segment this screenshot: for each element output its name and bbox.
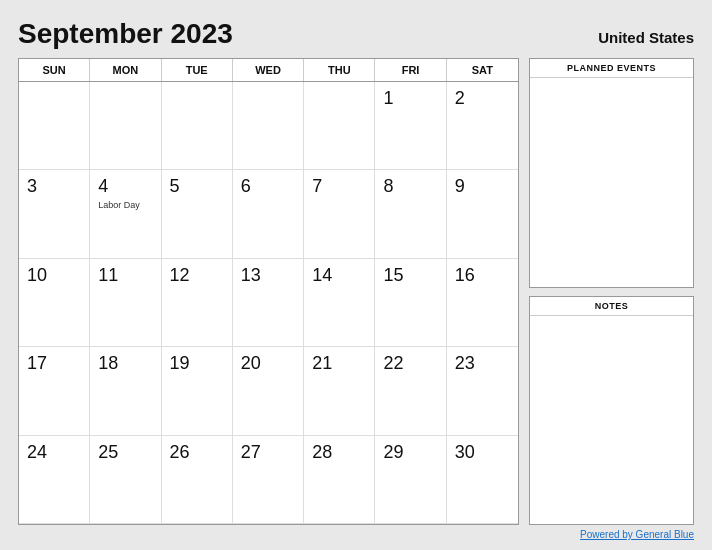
cell-day-number: 6 (241, 176, 251, 198)
header: September 2023 United States (18, 18, 694, 50)
cell-day-number: 15 (383, 265, 403, 287)
notes-header: NOTES (530, 297, 693, 316)
day-header-thu: THU (304, 59, 375, 81)
calendar-cell: 14 (304, 259, 375, 347)
page: September 2023 United States SUNMONTUEWE… (0, 0, 712, 550)
cell-day-number: 3 (27, 176, 37, 198)
calendar-cell: 28 (304, 436, 375, 524)
calendar-cell: 25 (90, 436, 161, 524)
sidebar: PLANNED EVENTS NOTES (529, 58, 694, 525)
calendar-cell: 21 (304, 347, 375, 435)
cell-day-number: 21 (312, 353, 332, 375)
day-header-fri: FRI (375, 59, 446, 81)
calendar-cell (233, 82, 304, 170)
cell-day-number: 8 (383, 176, 393, 198)
day-header-tue: TUE (162, 59, 233, 81)
calendar-cell: 2 (447, 82, 518, 170)
calendar-cell: 18 (90, 347, 161, 435)
cell-day-number: 16 (455, 265, 475, 287)
cell-day-number: 17 (27, 353, 47, 375)
calendar-cell: 13 (233, 259, 304, 347)
cell-day-number: 22 (383, 353, 403, 375)
powered-by-link[interactable]: Powered by General Blue (580, 529, 694, 540)
cell-day-number: 30 (455, 442, 475, 464)
day-header-sat: SAT (447, 59, 518, 81)
calendar-cell: 20 (233, 347, 304, 435)
cell-day-number: 28 (312, 442, 332, 464)
cell-day-number: 9 (455, 176, 465, 198)
calendar-cell: 30 (447, 436, 518, 524)
day-header-wed: WED (233, 59, 304, 81)
calendar-cell: 26 (162, 436, 233, 524)
calendar-cell: 1 (375, 82, 446, 170)
calendar-cell: 15 (375, 259, 446, 347)
cell-day-number: 12 (170, 265, 190, 287)
cell-day-number: 5 (170, 176, 180, 198)
cell-day-number: 18 (98, 353, 118, 375)
calendar-cell (162, 82, 233, 170)
calendar-cell: 3 (19, 170, 90, 258)
calendar-cell (19, 82, 90, 170)
cell-day-number: 4 (98, 176, 108, 198)
cell-day-number: 26 (170, 442, 190, 464)
calendar-cell (304, 82, 375, 170)
calendar-cell: 5 (162, 170, 233, 258)
calendar-cell: 8 (375, 170, 446, 258)
cell-day-number: 2 (455, 88, 465, 110)
cell-day-number: 1 (383, 88, 393, 110)
calendar-cell (90, 82, 161, 170)
cell-day-number: 27 (241, 442, 261, 464)
planned-events-box: PLANNED EVENTS (529, 58, 694, 288)
cell-day-number: 11 (98, 265, 118, 287)
cell-day-number: 19 (170, 353, 190, 375)
cell-day-number: 10 (27, 265, 47, 287)
cell-day-number: 13 (241, 265, 261, 287)
cell-day-number: 29 (383, 442, 403, 464)
calendar-cell: 23 (447, 347, 518, 435)
cell-day-number: 24 (27, 442, 47, 464)
calendar-cell: 16 (447, 259, 518, 347)
cell-day-number: 25 (98, 442, 118, 464)
country-label: United States (598, 29, 694, 46)
calendar-cell: 29 (375, 436, 446, 524)
calendar-cell: 9 (447, 170, 518, 258)
cell-day-number: 7 (312, 176, 322, 198)
notes-body (530, 316, 693, 525)
calendar-cell: 24 (19, 436, 90, 524)
cell-day-number: 23 (455, 353, 475, 375)
calendar-cell: 27 (233, 436, 304, 524)
planned-events-header: PLANNED EVENTS (530, 59, 693, 78)
cell-event-label: Labor Day (98, 200, 140, 211)
calendar-grid: 1234Labor Day567891011121314151617181920… (19, 82, 518, 524)
day-headers: SUNMONTUEWEDTHUFRISAT (19, 59, 518, 82)
day-header-sun: SUN (19, 59, 90, 81)
calendar-cell: 17 (19, 347, 90, 435)
day-header-mon: MON (90, 59, 161, 81)
calendar-cell: 6 (233, 170, 304, 258)
cell-day-number: 20 (241, 353, 261, 375)
planned-events-body (530, 78, 693, 287)
calendar-cell: 19 (162, 347, 233, 435)
page-title: September 2023 (18, 18, 233, 50)
cell-day-number: 14 (312, 265, 332, 287)
notes-box: NOTES (529, 296, 694, 526)
calendar-cell: 10 (19, 259, 90, 347)
calendar: SUNMONTUEWEDTHUFRISAT 1234Labor Day56789… (18, 58, 519, 525)
footer: Powered by General Blue (18, 529, 694, 540)
main-content: SUNMONTUEWEDTHUFRISAT 1234Labor Day56789… (18, 58, 694, 525)
calendar-cell: 22 (375, 347, 446, 435)
calendar-cell: 12 (162, 259, 233, 347)
calendar-cell: 4Labor Day (90, 170, 161, 258)
calendar-cell: 11 (90, 259, 161, 347)
calendar-cell: 7 (304, 170, 375, 258)
